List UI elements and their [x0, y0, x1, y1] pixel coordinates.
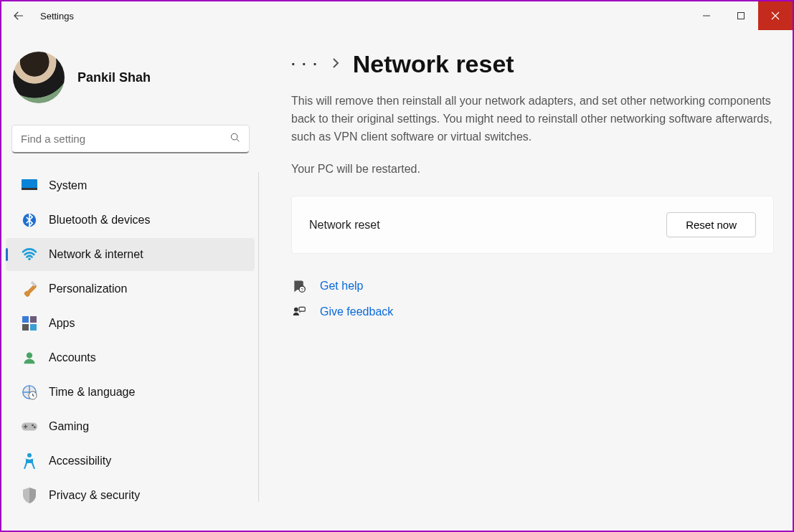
sidebar: Pankil Shah System Bluetooth & devices N… [1, 30, 260, 531]
back-button[interactable] [1, 1, 36, 30]
description-text: This will remove then reinstall all your… [291, 92, 774, 146]
sidebar-item-personalization[interactable]: Personalization [6, 272, 255, 305]
svg-rect-21 [299, 308, 305, 312]
give-feedback-link[interactable]: Give feedback [320, 305, 393, 318]
minimize-icon [702, 11, 711, 20]
sidebar-item-label: Gaming [49, 420, 89, 433]
sidebar-item-accounts[interactable]: Accounts [6, 341, 255, 374]
sidebar-item-apps[interactable]: Apps [6, 307, 255, 340]
sidebar-item-label: Accessibility [49, 455, 111, 467]
search-container [11, 125, 250, 153]
feedback-icon [291, 304, 307, 320]
user-profile[interactable]: Pankil Shah [1, 47, 260, 120]
avatar [13, 52, 65, 103]
svg-point-15 [32, 424, 34, 427]
accessibility-icon [22, 453, 37, 469]
close-icon [771, 11, 780, 20]
svg-point-17 [27, 453, 32, 457]
breadcrumb: · · · Network reset [291, 50, 774, 78]
card-title: Network reset [309, 219, 380, 232]
main-content: · · · Network reset This will remove the… [260, 30, 793, 531]
sidebar-item-label: Network & internet [49, 248, 143, 261]
svg-rect-7 [22, 316, 29, 323]
sidebar-item-accessibility[interactable]: Accessibility [6, 445, 255, 478]
breadcrumb-more-button[interactable]: · · · [291, 56, 318, 72]
clock-globe-icon [22, 384, 37, 400]
svg-point-16 [34, 427, 36, 429]
paintbrush-icon [22, 281, 37, 297]
svg-rect-10 [30, 324, 37, 331]
maximize-icon [737, 11, 745, 20]
gamepad-icon [22, 419, 37, 434]
sidebar-item-network[interactable]: Network & internet [6, 238, 255, 271]
sidebar-item-time-language[interactable]: Time & language [6, 376, 255, 409]
svg-rect-8 [30, 316, 37, 323]
close-button[interactable] [758, 1, 793, 30]
person-icon [22, 350, 37, 366]
minimize-button[interactable] [689, 1, 724, 30]
restart-notice: Your PC will be restarted. [291, 163, 774, 176]
get-help-row: ? Get help [291, 278, 774, 294]
sidebar-item-label: Apps [49, 317, 75, 330]
sidebar-item-label: Bluetooth & devices [49, 214, 150, 227]
svg-point-11 [27, 353, 32, 358]
sidebar-item-label: Personalization [49, 282, 127, 295]
svg-rect-3 [22, 188, 37, 190]
search-icon [230, 132, 241, 146]
sidebar-item-label: Accounts [49, 351, 96, 364]
chevron-right-icon [331, 58, 340, 71]
sidebar-item-privacy[interactable]: Privacy & security [6, 479, 255, 512]
get-help-link[interactable]: Get help [320, 280, 363, 293]
sidebar-item-gaming[interactable]: Gaming [6, 410, 255, 443]
sidebar-item-label: Privacy & security [49, 489, 140, 502]
search-input[interactable] [11, 125, 250, 153]
maximize-button[interactable] [724, 1, 758, 30]
page-title: Network reset [353, 50, 514, 78]
svg-point-20 [294, 308, 298, 312]
sidebar-item-system[interactable]: System [6, 169, 255, 202]
bluetooth-icon [22, 212, 37, 228]
svg-point-1 [231, 133, 237, 140]
svg-rect-0 [738, 13, 745, 19]
app-title: Settings [36, 11, 74, 22]
give-feedback-row: Give feedback [291, 304, 774, 320]
sidebar-item-label: System [49, 179, 87, 192]
system-icon [22, 178, 37, 194]
apps-icon [22, 315, 37, 331]
nav-list: System Bluetooth & devices Network & int… [1, 168, 260, 513]
title-bar: Settings [1, 1, 793, 30]
profile-name: Pankil Shah [77, 70, 151, 85]
shield-icon [22, 488, 37, 503]
sidebar-item-bluetooth[interactable]: Bluetooth & devices [6, 204, 255, 237]
wifi-icon [22, 247, 37, 262]
back-arrow-icon [12, 9, 25, 22]
svg-point-5 [28, 258, 31, 261]
reset-now-button[interactable]: Reset now [666, 212, 756, 237]
svg-rect-9 [22, 324, 29, 331]
network-reset-card: Network reset Reset now [291, 196, 774, 254]
help-icon: ? [291, 278, 307, 294]
sidebar-item-label: Time & language [49, 386, 135, 399]
